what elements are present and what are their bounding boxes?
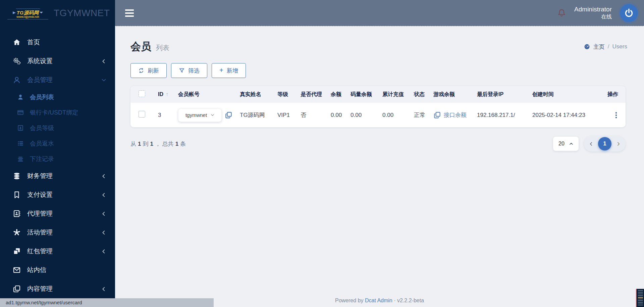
badge-title: TG源码网 — [17, 10, 39, 15]
sidebar-item-member-list[interactable]: 会员列表 — [0, 89, 115, 105]
paper-plane-icon — [13, 11, 16, 14]
sidebar-item-member-management[interactable]: 会员管理 — [0, 71, 115, 89]
chevron-left-icon — [101, 192, 106, 198]
table-footer: 从1到1， 总共1条 20 1 — [115, 127, 644, 151]
column-header-level: 等级 — [277, 91, 301, 98]
sort-ascending-icon[interactable]: ↑ — [166, 91, 168, 97]
chevron-down-icon — [101, 78, 106, 83]
row-cell-real-name: TG源码网 — [240, 111, 277, 119]
table-header-row: ID ↑ 会员帐号 真实姓名 等级 是否代理 余额 码量余额 累计充值 状态 游… — [130, 86, 626, 103]
user-avatar-power-button[interactable] — [620, 4, 638, 22]
brand-badge: ~~~~~~~~~~~~~ TG源码网 www.tgymw.net — [7, 7, 48, 19]
chevron-left-icon — [101, 249, 106, 254]
sidebar-item-label: 系统设置 — [27, 57, 53, 65]
chevron-left-icon — [101, 211, 106, 216]
api-balance-link[interactable]: 接口余额 — [444, 111, 467, 119]
sidebar-item-bank-usdt-binding[interactable]: 银行卡/USDT绑定 — [0, 105, 115, 120]
add-new-button[interactable]: + 新增 — [212, 63, 246, 78]
current-page-button[interactable]: 1 — [598, 137, 611, 150]
gears-icon — [12, 57, 21, 65]
page-subtitle: 列表 — [156, 43, 169, 52]
sidebar-item-label: 银行卡/USDT绑定 — [30, 108, 78, 117]
user-icon — [12, 76, 21, 84]
sidebar-item-bet-records[interactable]: 下注记录 — [0, 151, 115, 167]
column-header-account: 会员帐号 — [178, 91, 240, 98]
notification-bell-icon[interactable] — [557, 8, 566, 17]
sidebar-item-payment-settings[interactable]: 支付设置 — [0, 185, 115, 204]
database-icon — [12, 172, 21, 180]
browser-status-url: ad1.tgymw.net/tgymwnet/usercard — [0, 298, 214, 307]
cursor-icon — [40, 12, 43, 13]
user-name: Administrator — [574, 5, 612, 14]
sidebar-item-site-message[interactable]: 站内信 — [0, 261, 115, 279]
breadcrumb-home-link[interactable]: 主页 — [593, 43, 605, 51]
row-cell-status: 正常 — [414, 111, 433, 119]
row-cell-code-balance: 0.00 — [351, 112, 382, 119]
user-info: Administrator 在线 — [574, 5, 612, 20]
credit-card-icon — [17, 109, 24, 116]
column-header-last-login-ip: 最后登录IP — [477, 91, 532, 98]
copy-icon — [12, 285, 21, 293]
brand-logo[interactable]: ~~~~~~~~~~~~~ TG源码网 www.tgymw.net TGYMWN… — [0, 0, 115, 26]
toolbar: 刷新 筛选 + 新增 — [115, 54, 644, 78]
refresh-button[interactable]: 刷新 — [130, 63, 167, 78]
sidebar-item-home[interactable]: 首页 — [0, 33, 115, 52]
dashboard-icon — [584, 43, 590, 50]
main-content: 会员 列表 主页 / Users 刷新 筛选 + 新增 — [115, 26, 644, 307]
mini-debug-panel — [636, 289, 644, 307]
sidebar-item-redpacket-management[interactable]: 红包管理 — [0, 242, 115, 261]
filter-button[interactable]: 筛选 — [171, 63, 207, 78]
refresh-icon — [138, 68, 144, 74]
sidebar-item-member-level[interactable]: 会员等级 — [0, 120, 115, 136]
footer-separator: · — [394, 298, 395, 303]
page-size-select[interactable]: 20 — [553, 137, 579, 151]
column-header-created-at: 创建时间 — [532, 91, 607, 98]
row-actions-kebab-icon[interactable] — [614, 111, 618, 120]
chevron-down-icon — [211, 113, 214, 117]
account-select[interactable]: tgymwnet — [178, 108, 222, 122]
envelope-icon — [12, 266, 21, 274]
column-header-status: 状态 — [414, 91, 433, 98]
column-header-id[interactable]: ID ↑ — [151, 91, 178, 97]
bookmark-icon — [12, 191, 21, 199]
sidebar-item-label: 首页 — [27, 38, 40, 47]
previous-page-button[interactable] — [589, 142, 593, 146]
chevron-left-icon — [101, 59, 106, 64]
breadcrumb: 主页 / Users — [584, 43, 627, 51]
sidebar-item-label: 会员等级 — [30, 124, 54, 132]
sidebar-item-label: 会员管理 — [27, 76, 53, 84]
topbar: Administrator 在线 — [115, 0, 644, 26]
column-header-operations: 操作 — [607, 91, 626, 98]
column-header-code-balance: 码量余额 — [351, 91, 382, 98]
chevron-up-icon — [569, 142, 573, 146]
row-cell-level: VIP1 — [277, 112, 301, 119]
next-page-button[interactable] — [616, 142, 621, 146]
table-row: 3 tgymwnet TG源码网 VIP1 否 0.00 0.00 0.00 正… — [130, 103, 626, 127]
filter-funnel-icon — [179, 68, 185, 74]
sidebar-item-label: 会员列表 — [30, 93, 54, 101]
sidebar-item-label: 支付设置 — [27, 190, 53, 199]
row-cell-checkbox — [130, 111, 151, 119]
column-header-total-recharge: 累计充值 — [382, 91, 414, 98]
list-icon — [17, 140, 24, 147]
column-header-is-agent: 是否代理 — [301, 91, 331, 98]
breadcrumb-separator: / — [608, 43, 609, 50]
sidebar-menu: 首页 系统设置 会员管理 会员列表 — [0, 26, 115, 298]
row-cell-is-agent: 否 — [301, 111, 331, 119]
sidebar-item-label: 财务管理 — [27, 172, 53, 180]
column-header-balance: 余额 — [331, 91, 351, 98]
sidebar-item-agent-management[interactable]: 代理管理 — [0, 204, 115, 223]
select-all-checkbox[interactable] — [139, 90, 145, 97]
menu-toggle-icon[interactable] — [125, 9, 134, 17]
copy-account-icon[interactable] — [225, 111, 232, 119]
copy-game-balance-icon[interactable] — [433, 111, 441, 119]
sidebar-item-label: 内容管理 — [27, 284, 53, 293]
sidebar-item-member-rebate[interactable]: 会员返水 — [0, 136, 115, 151]
sidebar-item-finance-management[interactable]: 财务管理 — [0, 167, 115, 185]
sidebar-item-system-settings[interactable]: 系统设置 — [0, 52, 115, 71]
sidebar-item-content-management[interactable]: 内容管理 — [0, 279, 115, 298]
row-cell-total-recharge: 0.00 — [382, 112, 414, 119]
row-checkbox[interactable] — [139, 111, 145, 118]
dcat-admin-link[interactable]: Dcat Admin — [365, 298, 392, 303]
sidebar-item-activity-management[interactable]: 活动管理 — [0, 223, 115, 242]
